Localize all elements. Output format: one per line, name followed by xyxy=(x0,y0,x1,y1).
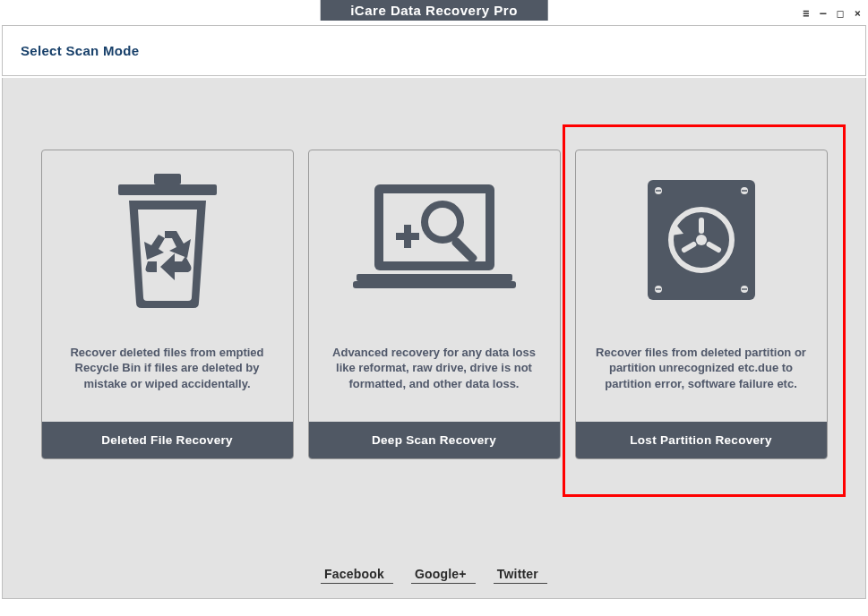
svg-point-9 xyxy=(428,208,457,236)
card-wrap-deleted: Recover deleted files from emptied Recyc… xyxy=(41,150,294,459)
minimize-button[interactable]: – xyxy=(820,7,826,20)
card-label: Deep Scan Recovery xyxy=(309,422,560,458)
twitter-link[interactable]: Twitter xyxy=(494,567,547,584)
window-title: iCare Data Recovery Pro xyxy=(320,0,548,21)
social-links: Facebook Google+ Twitter xyxy=(3,567,865,584)
titlebar: iCare Data Recovery Pro ≡ – □ × xyxy=(0,0,868,23)
window-controls: ≡ – □ × xyxy=(803,7,861,20)
card-desc: Advanced recovery for any data loss like… xyxy=(309,329,560,406)
close-button[interactable]: × xyxy=(855,7,861,20)
card-label: Deleted File Recovery xyxy=(42,422,293,458)
card-lost-partition-recovery[interactable]: Recover files from deleted partition or … xyxy=(575,150,828,459)
scan-mode-cards: Recover deleted files from emptied Recyc… xyxy=(3,150,865,459)
laptop-search-icon xyxy=(309,150,560,329)
svg-rect-23 xyxy=(699,218,704,234)
googleplus-link[interactable]: Google+ xyxy=(411,567,476,584)
facebook-link[interactable]: Facebook xyxy=(321,567,393,584)
recycle-bin-icon xyxy=(42,150,293,329)
card-desc: Recover files from deleted partition or … xyxy=(576,329,827,406)
svg-rect-1 xyxy=(154,174,181,184)
svg-rect-0 xyxy=(118,184,217,195)
svg-rect-4 xyxy=(357,274,512,281)
card-wrap-deepscan: Advanced recovery for any data loss like… xyxy=(308,150,561,459)
svg-rect-5 xyxy=(353,281,516,288)
hard-drive-icon xyxy=(576,150,827,329)
card-label: Lost Partition Recovery xyxy=(576,422,827,458)
svg-point-22 xyxy=(696,235,707,245)
card-wrap-lostpartition: Recover files from deleted partition or … xyxy=(575,150,828,459)
menu-button[interactable]: ≡ xyxy=(803,7,809,20)
card-desc: Recover deleted files from emptied Recyc… xyxy=(42,329,293,406)
page-title: Select Scan Mode xyxy=(21,43,847,58)
content-area: Recover deleted files from emptied Recyc… xyxy=(2,78,866,599)
maximize-button[interactable]: □ xyxy=(838,7,844,20)
header-band: Select Scan Mode xyxy=(2,25,866,76)
svg-rect-7 xyxy=(404,225,411,248)
card-deep-scan-recovery[interactable]: Advanced recovery for any data loss like… xyxy=(308,150,561,459)
card-deleted-file-recovery[interactable]: Recover deleted files from emptied Recyc… xyxy=(41,150,294,459)
